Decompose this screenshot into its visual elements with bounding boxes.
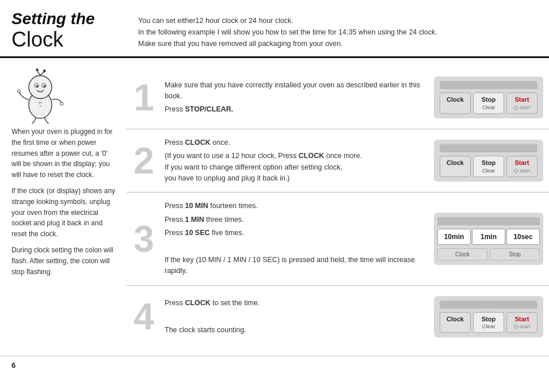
- svg-point-9: [43, 70, 46, 72]
- step-4-start-label: Start: [514, 316, 529, 322]
- step-4-panel-top-bar: [440, 301, 537, 309]
- mascot: [12, 67, 117, 126]
- step-3-text-5: If the key (10 MIN / 1 MIN / 10 SEC) is …: [165, 255, 422, 277]
- step-4-stop-sub: Clear: [475, 323, 502, 329]
- step-2-panel-buttons: Clock Stop Clear Start Q-start: [440, 156, 537, 177]
- step-1-clock-btn[interactable]: Clock: [440, 93, 471, 114]
- page-number: 6: [12, 361, 16, 370]
- step-2-number-col: 2: [127, 137, 161, 185]
- step-1-start-sub: Q-start: [508, 104, 536, 110]
- step-3-panel: 10min 1min 10sec Clock Stop: [428, 201, 549, 276]
- svg-line-6: [37, 71, 40, 76]
- svg-line-8: [40, 72, 44, 76]
- step-1-panel-top-bar: [440, 81, 537, 89]
- step-3-time-panel-bottom: Clock Stop: [437, 248, 540, 260]
- step-4-start-sub: Q-start: [508, 323, 536, 329]
- step-1-panel: Clock Stop Clear Start Q-start: [428, 74, 549, 121]
- sidebar-para-3: During clock setting the colon will flas…: [12, 245, 117, 277]
- step-2-row: 2 Press CLOCK once. (If you want to use …: [127, 129, 549, 193]
- svg-point-5: [43, 85, 45, 87]
- step-2-text-2: (If you want to use a 12 hour clock, Pre…: [165, 151, 422, 184]
- step-4-clock-label: Clock: [447, 316, 464, 322]
- step-4-clock-btn[interactable]: Clock: [440, 312, 471, 333]
- step-1-stop-btn[interactable]: Stop Clear: [473, 93, 504, 114]
- page-header: Setting the Clock You can set either12 h…: [0, 0, 549, 58]
- step-1-text-1: Make sure that you have correctly instal…: [165, 80, 422, 102]
- sidebar-text: When your oven is plugged in for the fir…: [12, 126, 117, 277]
- step-3-clock-small[interactable]: Clock: [437, 248, 487, 260]
- step-2-instructions: Press CLOCK once. (If you want to use a …: [161, 137, 428, 185]
- step-3-number: 3: [134, 221, 154, 258]
- step-3-text-3: Press 10 SEC five times.: [165, 228, 422, 239]
- header-desc-line-2: In the following example I will show you…: [138, 26, 437, 38]
- step-4-stop-btn[interactable]: Stop Clear: [473, 312, 504, 333]
- title-italic: Setting the: [12, 10, 121, 28]
- step-3-time-panel: 10min 1min 10sec Clock Stop: [434, 213, 543, 265]
- step-2-clock-btn[interactable]: Clock: [440, 156, 471, 177]
- svg-point-14: [40, 105, 41, 107]
- step-1-oven-panel: Clock Stop Clear Start Q-start: [434, 76, 543, 118]
- step-4-text-1: Press CLOCK to set the time.: [165, 298, 422, 309]
- step-2-number: 2: [134, 143, 154, 179]
- step-1-row: 1 Make sure that you have correctly inst…: [127, 66, 549, 129]
- header-desc-line-1: You can set either12 hour clock or 24 ho…: [138, 15, 437, 26]
- step-4-oven-panel: Clock Stop Clear Start Q-start: [434, 296, 543, 338]
- svg-point-1: [29, 76, 52, 99]
- page-footer: 6: [0, 356, 549, 374]
- step-1-start-btn[interactable]: Start Q-start: [506, 93, 537, 114]
- step-1-start-label: Start: [514, 96, 529, 103]
- step-2-oven-panel: Clock Stop Clear Start Q-start: [434, 140, 543, 182]
- step-4-instructions: Press CLOCK to set the time. The clock s…: [161, 294, 428, 340]
- title-block: Setting the Clock: [12, 10, 121, 51]
- step-3-text-1: Press 10 MIN fourteen times.: [165, 201, 422, 212]
- step-3-number-col: 3: [127, 201, 161, 276]
- step-3-10sec-btn[interactable]: 10sec: [506, 229, 540, 245]
- left-sidebar: When your oven is plugged in for the fir…: [0, 58, 127, 356]
- step-4-row: 4 Press CLOCK to set the time. The clock…: [127, 286, 549, 348]
- step-4-start-btn[interactable]: Start Q-start: [506, 312, 537, 333]
- title-normal: Clock: [12, 28, 121, 51]
- step-4-panel: Clock Stop Clear Start Q-start: [428, 294, 549, 340]
- step-4-number: 4: [134, 298, 154, 335]
- step-1-number: 1: [134, 79, 154, 116]
- step-3-10min-btn[interactable]: 10min: [437, 229, 471, 245]
- step-3-1min-btn[interactable]: 1min: [472, 229, 505, 245]
- step-1-stop-label: Stop: [482, 96, 495, 103]
- header-description: You can set either12 hour clock or 24 ho…: [138, 10, 437, 51]
- sidebar-para-2: If the clock (or display) shows any stra…: [12, 186, 117, 239]
- step-2-stop-btn[interactable]: Stop Clear: [473, 156, 504, 177]
- step-3-stop-small[interactable]: Stop: [490, 248, 540, 260]
- step-1-number-col: 1: [127, 74, 161, 121]
- steps-area: 1 Make sure that you have correctly inst…: [127, 58, 549, 356]
- step-1-stop-sub: Clear: [475, 104, 502, 110]
- step-1-instructions: Make sure that you have correctly instal…: [161, 74, 428, 121]
- sidebar-para-1: When your oven is plugged in for the fir…: [12, 126, 117, 180]
- step-4-text-2: [165, 311, 422, 322]
- svg-point-4: [36, 85, 39, 87]
- step-3-text-4: [165, 241, 422, 252]
- step-2-start-label: Start: [514, 159, 529, 166]
- step-2-panel: Clock Stop Clear Start Q-start: [428, 137, 549, 185]
- step-2-stop-sub: Clear: [475, 167, 502, 174]
- svg-point-10: [17, 90, 20, 93]
- step-4-stop-label: Stop: [482, 316, 495, 322]
- step-3-instructions: Press 10 MIN fourteen times. Press 1 MIN…: [161, 201, 428, 276]
- main-content: When your oven is plugged in for the fir…: [0, 58, 549, 356]
- step-4-text-3: The clock starts counting.: [165, 325, 422, 336]
- step-4-panel-buttons: Clock Stop Clear Start Q-start: [440, 312, 537, 333]
- step-2-panel-top-bar: [440, 144, 537, 152]
- header-desc-line-3: Make sure that you have removed all pack…: [138, 38, 437, 49]
- step-2-start-sub: Q-start: [508, 167, 536, 174]
- step-3-time-bar: [437, 217, 540, 225]
- step-4-number-col: 4: [127, 294, 161, 340]
- step-1-clock-label: Clock: [447, 96, 464, 103]
- svg-point-11: [60, 102, 63, 105]
- step-3-text-2: Press 1 MIN three times.: [165, 214, 422, 225]
- step-2-text-1: Press CLOCK once.: [165, 137, 422, 148]
- step-3-time-buttons: 10min 1min 10sec: [437, 229, 540, 245]
- step-1-panel-buttons: Clock Stop Clear Start Q-start: [440, 93, 537, 114]
- step-2-start-btn[interactable]: Start Q-start: [506, 156, 537, 177]
- svg-point-12: [39, 102, 40, 104]
- step-2-clock-label: Clock: [447, 159, 464, 166]
- step-1-text-2: Press STOP/CLEAR.: [165, 104, 422, 115]
